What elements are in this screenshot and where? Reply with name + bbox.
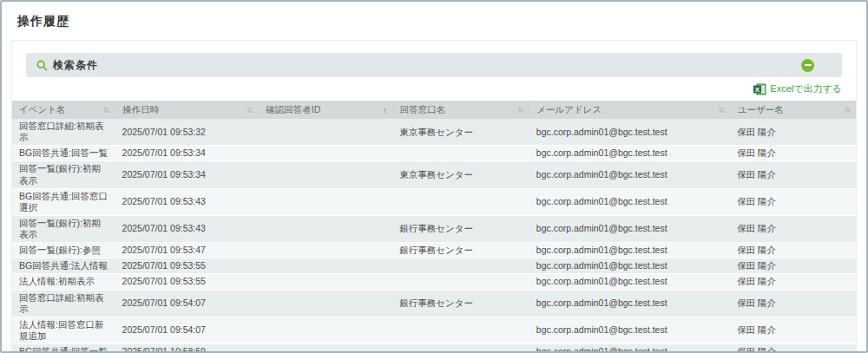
column-header-label: 確認回答者ID [266,104,320,114]
page-title: 操作履歴 [2,2,866,29]
table-cell: 銀行事務センター [392,243,529,258]
column-header[interactable]: 操作日時⇅ [115,101,259,119]
table-row: 回答窓口詳細:初期表示2025/07/01 09:54:07銀行事務センターbg… [12,290,856,317]
operation-history-page: 操作履歴 検索条件 [0,0,868,353]
sort-icon[interactable]: ⇅ [103,106,110,114]
table-cell: 2025/07/01 09:53:34 [115,161,259,188]
table-cell [259,188,393,215]
table-cell [259,161,393,188]
table-row: 法人情報:初期表示2025/07/01 09:53:55bgc.corp.adm… [12,274,856,290]
table-cell [259,119,393,146]
table-cell: 回答一覧(銀行):参照 [12,243,115,258]
table-cell: BG回答共通:回答窓口選択 [12,188,115,215]
table-cell: 保田 陽介 [730,161,856,188]
table-cell: bgc.corp.admin01@bgc.test.test [529,274,730,290]
table-cell: 2025/07/01 09:54:07 [115,317,259,343]
table-cell: 銀行事務センター [392,290,529,317]
table-cell: 2025/07/01 09:53:47 [115,243,259,258]
column-header-label: 操作日時 [122,104,159,114]
table-cell: 銀行事務センター [392,215,529,242]
table-cell: 回答窓口詳細:初期表示 [12,290,115,317]
table-cell: bgc.corp.admin01@bgc.test.test [529,146,730,161]
table-cell: 保田 陽介 [730,188,856,215]
history-table: イベント名⇅操作日時⇅確認回答者ID↑回答窓口名⇅メールアドレス⇅ユーザー名⇅ … [12,101,856,353]
svg-text:X: X [755,85,760,93]
column-header[interactable]: ユーザー名⇅ [730,101,856,119]
search-icon [36,60,48,71]
table-cell: BG回答共通:回答一覧 [12,344,115,353]
table-cell: bgc.corp.admin01@bgc.test.test [529,317,730,343]
excel-export-link[interactable]: X Excelで出力する [753,82,842,95]
table-cell [392,317,529,343]
search-conditions-toggle[interactable]: 検索条件 [26,53,842,77]
table-cell: bgc.corp.admin01@bgc.test.test [529,161,730,188]
table-row: 回答一覧(銀行):初期表示2025/07/01 09:53:43銀行事務センター… [12,215,856,242]
table-cell: 保田 陽介 [730,344,856,353]
sort-icon[interactable]: ↑ [383,105,387,114]
table-cell [259,258,393,274]
sort-icon[interactable]: ⇅ [247,106,253,114]
column-header-label: イベント名 [19,104,65,114]
search-conditions-label: 検索条件 [53,58,98,73]
table-cell: bgc.corp.admin01@bgc.test.test [529,215,730,242]
table-cell [392,258,529,274]
table-cell [392,274,529,290]
sort-icon[interactable]: ⇅ [844,106,851,114]
table-cell [259,274,393,290]
table-cell: 保田 陽介 [730,146,856,161]
table-cell: 法人情報:回答窓口新規追加 [12,317,115,343]
sort-icon[interactable]: ⇅ [517,106,524,114]
column-header[interactable]: メールアドレス⇅ [529,101,730,119]
table-row: BG回答共通:回答窓口選択2025/07/01 09:53:43bgc.corp… [12,188,856,215]
table-cell: 保田 陽介 [730,258,856,274]
table-cell: bgc.corp.admin01@bgc.test.test [529,290,730,317]
table-row: 回答一覧(銀行):初期表示2025/07/01 09:53:34東京事務センター… [12,161,856,188]
table-cell [259,243,393,258]
table-cell: bgc.corp.admin01@bgc.test.test [529,243,730,258]
table-cell: bgc.corp.admin01@bgc.test.test [529,344,730,353]
table-cell: BG回答共通:回答一覧 [12,146,115,161]
table-cell: 保田 陽介 [730,274,856,290]
table-row: 回答窓口詳細:初期表示2025/07/01 09:53:32東京事務センターbg… [12,119,856,146]
table-cell: BG回答共通:法人情報 [12,258,115,274]
table-cell: 保田 陽介 [730,215,856,242]
table-row: BG回答共通:回答一覧2025/07/01 10:58:59bgc.corp.a… [12,344,856,353]
table-row: 回答一覧(銀行):参照2025/07/01 09:53:47銀行事務センターbg… [12,243,856,258]
table-cell: 保田 陽介 [730,119,856,146]
table-cell [259,146,393,161]
table-cell: 2025/07/01 10:58:59 [115,344,259,353]
table-cell: 回答一覧(銀行):初期表示 [12,215,115,242]
collapse-search-button[interactable] [801,59,814,72]
table-cell: 回答一覧(銀行):初期表示 [12,161,115,188]
history-table-head: イベント名⇅操作日時⇅確認回答者ID↑回答窓口名⇅メールアドレス⇅ユーザー名⇅ [12,101,856,119]
table-cell: 保田 陽介 [730,243,856,258]
table-cell: 2025/07/01 09:53:55 [115,258,259,274]
column-header[interactable]: 確認回答者ID↑ [259,101,393,119]
column-header-label: 回答窓口名 [400,104,446,114]
table-row: 法人情報:回答窓口新規追加2025/07/01 09:54:07bgc.corp… [12,317,856,343]
table-cell: 保田 陽介 [730,290,856,317]
export-row: X Excelで出力する [12,77,856,101]
sort-icon[interactable]: ⇅ [718,106,725,114]
table-cell: bgc.corp.admin01@bgc.test.test [529,188,730,215]
table-cell [392,344,529,353]
column-header-label: ユーザー名 [738,104,784,114]
table-cell [259,344,393,353]
table-cell: bgc.corp.admin01@bgc.test.test [529,258,730,274]
table-cell [392,146,529,161]
table-cell: 東京事務センター [392,161,529,188]
table-cell: 2025/07/01 09:53:55 [115,274,259,290]
table-cell [259,290,393,317]
column-header[interactable]: 回答窓口名⇅ [392,101,529,119]
table-cell: 2025/07/01 09:53:43 [115,215,259,242]
table-cell: 2025/07/01 09:53:43 [115,188,259,215]
table-cell: 2025/07/01 09:53:32 [115,119,259,146]
history-table-body: 回答窓口詳細:初期表示2025/07/01 09:53:32東京事務センターbg… [12,119,856,353]
table-cell: 東京事務センター [392,119,529,146]
excel-icon: X [753,83,766,95]
table-row: BG回答共通:法人情報2025/07/01 09:53:55bgc.corp.a… [12,258,856,274]
column-header[interactable]: イベント名⇅ [12,101,115,119]
table-cell: 2025/07/01 09:54:07 [115,290,259,317]
table-cell: 回答窓口詳細:初期表示 [12,119,115,146]
header-row: イベント名⇅操作日時⇅確認回答者ID↑回答窓口名⇅メールアドレス⇅ユーザー名⇅ [12,101,856,119]
